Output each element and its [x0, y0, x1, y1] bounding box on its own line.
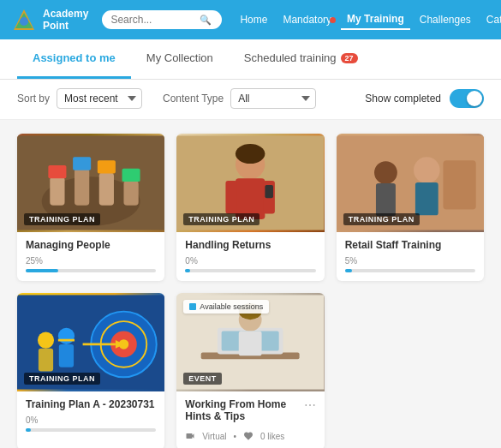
- show-completed-label: Show completed: [365, 93, 441, 105]
- progress-text: 5%: [345, 256, 475, 266]
- virtual-label: Virtual: [202, 432, 226, 441]
- content-type-label: Content Type: [163, 93, 224, 105]
- svg-rect-19: [265, 185, 274, 198]
- card-body: Retail Staff Training 5%: [337, 232, 484, 281]
- card-body: Working From Home Hints & Tips ⋯ Virtual…: [176, 391, 324, 448]
- progress-bar-bg: [26, 428, 156, 432]
- progress-bar-fill: [185, 269, 190, 272]
- nav-catalogue[interactable]: Catalogue: [480, 10, 501, 29]
- sort-by-select[interactable]: Most recent: [57, 88, 142, 109]
- likes-icon: [243, 431, 253, 441]
- calendar-icon: [189, 303, 196, 310]
- card-image: TRAINING PLAN: [17, 293, 164, 391]
- card-image: TRAINING PLAN: [176, 134, 324, 232]
- svg-point-35: [58, 328, 75, 344]
- virtual-icon: [185, 431, 195, 441]
- svg-rect-7: [99, 173, 114, 206]
- cards-row-2: TRAINING PLAN Training Plan A - 20230731…: [17, 293, 484, 448]
- svg-rect-16: [226, 181, 237, 213]
- card-body: Managing People 25%: [17, 232, 164, 281]
- card-type-badge: EVENT: [183, 373, 222, 385]
- svg-rect-8: [123, 181, 138, 206]
- card-image: TRAINING PLAN: [337, 134, 484, 232]
- svg-rect-36: [59, 344, 74, 367]
- card-title-row: Working From Home Hints & Tips ⋯: [185, 398, 315, 427]
- card-body: Handling Returns 0%: [176, 232, 324, 281]
- meta-separator: •: [234, 432, 237, 441]
- empty-slot: [337, 293, 484, 448]
- progress-bar-fill: [345, 269, 352, 272]
- card-retail-staff[interactable]: TRAINING PLAN Retail Staff Training 5%: [337, 134, 484, 281]
- card-body: Training Plan A - 20230731 0%: [17, 391, 164, 440]
- svg-point-23: [414, 157, 440, 183]
- progress-text: 0%: [185, 256, 315, 266]
- tab-my-collection[interactable]: My Collection: [131, 39, 229, 79]
- svg-rect-9: [48, 165, 66, 178]
- card-type-badge: TRAINING PLAN: [24, 373, 100, 385]
- card-meta: Virtual • 0 likes: [185, 431, 315, 441]
- svg-point-18: [236, 144, 265, 164]
- search-input[interactable]: [110, 14, 196, 26]
- card-title: Handling Returns: [185, 239, 315, 251]
- card-managing-people[interactable]: TRAINING PLAN Managing People 25%: [17, 134, 164, 281]
- logo-text: Academy Point: [43, 8, 88, 33]
- progress-text: 0%: [26, 415, 156, 425]
- show-completed-toggle[interactable]: [450, 89, 484, 108]
- content-type-filter: Content Type All: [163, 88, 316, 109]
- sort-by-filter: Sort by Most recent: [17, 88, 142, 109]
- svg-rect-10: [73, 157, 91, 170]
- logo[interactable]: Academy Point: [10, 6, 88, 33]
- card-type-badge: TRAINING PLAN: [343, 213, 420, 225]
- card-working-from-home[interactable]: Available sessions EVENT Working From Ho…: [176, 293, 324, 448]
- toggle-knob: [467, 91, 482, 106]
- card-title: Working From Home Hints & Tips: [185, 398, 303, 422]
- card-title: Training Plan A - 20230731: [26, 398, 156, 410]
- progress-bar-fill: [26, 269, 58, 272]
- svg-rect-43: [239, 332, 262, 356]
- cards-area: TRAINING PLAN Managing People 25%: [0, 120, 501, 448]
- card-type-badge: TRAINING PLAN: [183, 213, 259, 225]
- svg-rect-12: [122, 169, 140, 182]
- card-handling-returns[interactable]: TRAINING PLAN Handling Returns 0%: [176, 134, 324, 281]
- nav-challenges[interactable]: Challenges: [414, 10, 477, 29]
- svg-rect-25: [443, 160, 475, 209]
- available-sessions-badge: Available sessions: [183, 300, 269, 314]
- content-type-select[interactable]: All: [230, 88, 316, 109]
- card-image: Available sessions EVENT: [176, 293, 324, 391]
- more-options-button[interactable]: ⋯: [304, 398, 316, 412]
- tab-assigned-to-me[interactable]: Assigned to me: [17, 39, 131, 79]
- card-image: TRAINING PLAN: [17, 134, 164, 232]
- nav-home[interactable]: Home: [234, 10, 273, 29]
- top-navigation: Academy Point 🔍 Home Mandatory My Traini…: [0, 0, 501, 39]
- likes-label: 0 likes: [260, 432, 284, 441]
- svg-rect-34: [39, 349, 53, 372]
- svg-rect-24: [415, 182, 438, 215]
- nav-mandatory[interactable]: Mandatory: [277, 10, 337, 29]
- tab-scheduled-training[interactable]: Scheduled training 27: [229, 39, 373, 79]
- scheduled-training-badge: 27: [341, 53, 358, 63]
- nav-my-training[interactable]: My Training: [341, 9, 410, 30]
- show-completed-toggle-area: Show completed: [365, 89, 484, 108]
- filters-bar: Sort by Most recent Content Type All Sho…: [0, 80, 501, 120]
- card-title: Managing People: [26, 239, 156, 251]
- search-icon: 🔍: [200, 15, 212, 26]
- progress-bar-bg: [345, 269, 475, 272]
- svg-point-2: [20, 17, 28, 26]
- card-type-badge: TRAINING PLAN: [24, 213, 100, 225]
- svg-rect-5: [50, 176, 64, 206]
- progress-text: 25%: [26, 256, 156, 266]
- svg-point-33: [38, 332, 54, 349]
- card-title: Retail Staff Training: [345, 239, 475, 251]
- search-box[interactable]: 🔍: [102, 10, 222, 29]
- svg-point-21: [374, 161, 397, 184]
- svg-rect-22: [376, 183, 396, 216]
- mandatory-dot: [330, 17, 336, 23]
- progress-bar-bg: [185, 269, 315, 272]
- progress-bar-fill: [26, 428, 31, 432]
- logo-icon: [10, 6, 38, 33]
- sub-navigation: Assigned to me My Collection Scheduled t…: [0, 39, 501, 80]
- sort-by-label: Sort by: [17, 93, 50, 105]
- cards-row-1: TRAINING PLAN Managing People 25%: [17, 134, 484, 281]
- svg-rect-11: [98, 160, 116, 173]
- card-training-plan-a[interactable]: TRAINING PLAN Training Plan A - 20230731…: [17, 293, 164, 448]
